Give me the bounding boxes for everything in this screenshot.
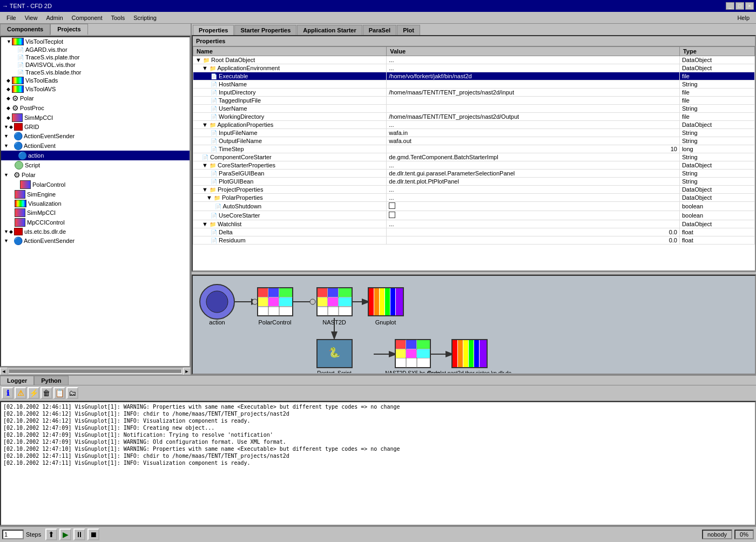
scroll-left-btn[interactable]: ◄ (0, 368, 8, 375)
tree-item-traces-plate[interactable]: 📄 TraceS.vis.plate.thor (1, 53, 190, 61)
tree-item-polar-control[interactable]: PolarControl (1, 180, 190, 189)
menu-component[interactable]: Component (68, 13, 107, 22)
tree-item-action-event[interactable]: ▼ 🔵 ActionEvent (1, 141, 190, 151)
prop-row-timestep[interactable]: 📄 TimeStep 10 long (193, 145, 755, 153)
tab-python[interactable]: Python (34, 376, 68, 385)
tree-item-postproc[interactable]: ◆ ⚙ PostProc (1, 103, 190, 113)
logger-trash-btn[interactable]: 🗂 (66, 387, 78, 399)
prop-row-autoshutdown[interactable]: 📄 AutoShutdown boolean (193, 202, 755, 211)
svg-rect-8 (268, 297, 279, 306)
left-scrollbar-h[interactable]: ◄ ► (0, 367, 191, 375)
tree-item-grid[interactable]: ▼ ◆ GRID (1, 123, 190, 131)
tree-item-vistoolrecplot[interactable]: ▼ VisToolTecplot (1, 37, 190, 46)
prop-row-corestarter[interactable]: 📄 ComponentCoreStarter de.gmd.TentCompon… (193, 153, 755, 161)
maximize-button[interactable]: □ (735, 2, 744, 10)
tree-item-simmpcci[interactable]: ◆ SimMpCCI (1, 113, 190, 123)
menu-tools[interactable]: Tools (106, 13, 129, 22)
tree-item-polar1[interactable]: ◆ ⚙ Polar (1, 93, 190, 103)
menu-scripting[interactable]: Scripting (129, 13, 161, 22)
minimize-button[interactable]: _ (726, 2, 734, 10)
tree-item-vistool-avs[interactable]: ◆ VisToolAVS (1, 85, 190, 93)
bottom-section: Logger Python ℹ ⚠ ⚡ 🗑 📋 🗂 [02.10.2002 12… (0, 375, 756, 542)
tab-logger[interactable]: Logger (0, 376, 34, 385)
properties-table-container[interactable]: Properties Name Value Type ▼ 📁 Root Data (192, 35, 756, 272)
tree-container[interactable]: ▼ VisToolTecplot 📄 AGARD.vis.thor 📄 Trac… (0, 36, 191, 367)
tree-item-uts[interactable]: ▼ ◆ uts.etc.bs.dlr.de (1, 227, 190, 236)
prop-row-workingdir[interactable]: 📄 WorkingDirectory /home/maas/TENT/TENT_… (193, 113, 755, 121)
tree-item-simmpcci2[interactable]: SimMpCCI (1, 208, 190, 218)
pause-btn[interactable]: ⏸ (73, 529, 85, 540)
menu-admin[interactable]: Admin (42, 13, 67, 22)
multi-icon-1 (12, 113, 23, 122)
tree-item-agard[interactable]: 📄 AGARD.vis.thor (1, 46, 190, 53)
run-btn[interactable]: ▶ (59, 529, 71, 540)
prop-row-residuum[interactable]: 📄 Residuum 0.0 float (193, 236, 755, 245)
scroll-right-btn[interactable]: ► (183, 368, 191, 375)
prop-row-outputfile[interactable]: 📄 OutputFileName wafa.out String (193, 137, 755, 145)
action-icon-2: 🔵 (14, 141, 23, 150)
logger-info-btn[interactable]: ℹ (2, 387, 14, 399)
tree-item-action-event-sender2[interactable]: ▼ 🔵 ActionEventSender (1, 236, 190, 246)
steps-input[interactable] (2, 530, 24, 539)
tab-starter-properties[interactable]: Starter Properties (234, 25, 296, 35)
logger-err-btn[interactable]: ⚡ (28, 387, 39, 399)
tab-application-starter[interactable]: Application Starter (297, 25, 362, 35)
prop-row-delta[interactable]: 📄 Delta 0.0 float (193, 228, 755, 236)
svg-rect-9 (279, 297, 292, 306)
tab-components[interactable]: Components (0, 24, 50, 35)
expand-icon-7: ▼ (202, 221, 208, 227)
svg-rect-24 (390, 288, 395, 315)
prop-row-polarprops[interactable]: ▼ 📁 PolarProperties ... DataObject (193, 194, 755, 202)
prop-row-parasel[interactable]: 📄 ParaSelGUIBean de.dlr.tent.gui.parasel… (193, 170, 755, 178)
tree-item-davisvol[interactable]: 📄 DAVISVOL.vis.thor (1, 61, 190, 69)
file-icon-2: 📄 (17, 55, 24, 60)
prop-row-projectprops[interactable]: ▼ 📁 ProjectProperties ... DataObject (193, 186, 755, 194)
tab-projects[interactable]: Projects (50, 24, 87, 35)
tab-plot[interactable]: Plot (397, 25, 420, 35)
logger-toolbar: ℹ ⚠ ⚡ 🗑 📋 🗂 (0, 385, 756, 401)
prop-row-plotgui[interactable]: 📄 PlotGUIBean de.dlr.tent.plot.PtPlotPan… (193, 178, 755, 186)
logger-copy-btn[interactable]: 📋 (53, 387, 65, 399)
prop-row-inputfile[interactable]: 📄 InputFileName wafa.in String (193, 129, 755, 137)
tree-item-traces-blade[interactable]: 📄 TraceS.vis.blade.thor (1, 69, 190, 76)
svg-rect-36 (453, 340, 457, 367)
menu-help[interactable]: Help (733, 13, 754, 22)
tree-item-polar2[interactable]: ▼ ⚙ Polar (1, 170, 190, 180)
prop-row-corestarterprops[interactable]: ▼ 📁 CoreStarterProperties ... DataObject (193, 161, 755, 170)
checkbox-autoshutdown[interactable] (389, 202, 395, 209)
svg-rect-17 (318, 297, 327, 306)
menu-view[interactable]: View (21, 13, 42, 22)
prop-row-appprops[interactable]: ▼ 📁 ApplicationProperties ... DataObject (193, 121, 755, 129)
tree-item-sim-engine[interactable]: SimEngine (1, 189, 190, 199)
tree-item-mpcci-control[interactable]: MpCCIControl (1, 218, 190, 227)
gear-icon-2: ⚙ (12, 104, 19, 112)
logger-content: [02.10.2002 12:46:11] VisGnuplot[1]: WAR… (0, 401, 756, 526)
col-name: Name (193, 47, 387, 56)
stop-btn[interactable]: ⏹ (87, 529, 99, 540)
tree-item-script[interactable]: Script (1, 160, 190, 170)
tree-item-vistool-eads[interactable]: ◆ VisToolEads (1, 76, 190, 85)
tab-properties[interactable]: Properties (193, 25, 234, 35)
prop-row-hostname[interactable]: 📄 HostName String (193, 80, 755, 89)
checkbox-usecorestarter[interactable] (389, 212, 395, 218)
tree-item-action-selected[interactable]: 🔵 action (1, 151, 190, 160)
prop-row-root[interactable]: ▼ 📁 Root DataObject ... DataObject (193, 56, 755, 64)
tree-item-action-event-sender[interactable]: ▼ 🔵 ActionEventSender (1, 131, 190, 141)
prop-row-appenv[interactable]: ▼ 📁 ApplicationEnvironment ... DataObjec… (193, 64, 755, 72)
tab-parasel[interactable]: ParaSel (363, 25, 396, 35)
menu-file[interactable]: File (2, 13, 21, 22)
prop-row-username[interactable]: 📄 UserName String (193, 105, 755, 113)
logger-warn-btn[interactable]: ⚠ (15, 387, 26, 399)
logger-clear-btn[interactable]: 🗑 (40, 387, 52, 399)
prop-row-taggedinput[interactable]: 📄 TaggedInputFile file (193, 97, 755, 105)
prop-row-watchlist[interactable]: ▼ 📁 Watchlist ... DataObject (193, 220, 755, 228)
script-icon (15, 161, 23, 170)
close-button[interactable]: × (745, 2, 754, 10)
log-line-9: [02.10.2002 12:47:11] VisGnuplot[1]: INF… (3, 459, 753, 466)
step-back-btn[interactable]: ⬆ (45, 529, 57, 540)
prop-row-inputdir[interactable]: 📄 InputDirectory /home/maas/TENT/TENT_pr… (193, 89, 755, 97)
tree-item-visualization[interactable]: Visualization (1, 199, 190, 208)
prop-row-usecorestarter[interactable]: 📄 UseCoreStarter boolean (193, 211, 755, 220)
prop-row-executable[interactable]: 📄 Executable /home/vo/forkert/jakf/bin/n… (193, 72, 755, 80)
svg-rect-19 (339, 297, 352, 306)
